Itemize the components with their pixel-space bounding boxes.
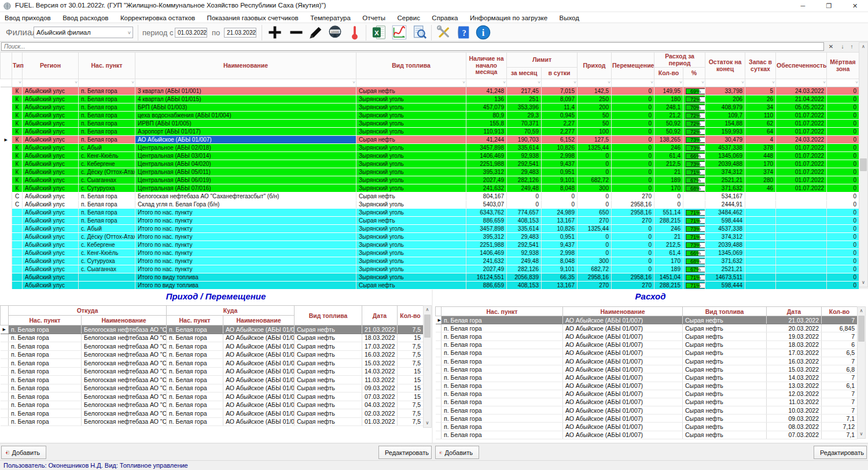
cell[interactable]: п. Белая гора bbox=[9, 393, 82, 401]
cell[interactable]: 682,72 bbox=[578, 265, 612, 273]
minimize-button[interactable]: ─ bbox=[790, 0, 816, 12]
cell[interactable]: АО Абыйское (АБЫ 01/007) bbox=[223, 417, 295, 426]
cell[interactable]: АО Абыйское (АБЫ 01/007) bbox=[223, 342, 295, 351]
cell[interactable]: 66,35 bbox=[542, 273, 578, 282]
table-row[interactable]: п. Белая гораАО Абыйское (АБЫ 01/007)Сыр… bbox=[436, 332, 858, 341]
scroll-up-icon[interactable]: ∧ bbox=[859, 43, 867, 51]
cell[interactable]: Белогоская нефтебаза АО "Саханефтегазсбы… bbox=[82, 376, 167, 384]
cell[interactable]: АО Абыйское (АБЫ 01/007) bbox=[223, 334, 295, 342]
cell[interactable]: 50,92 bbox=[654, 120, 683, 128]
cell[interactable]: Зырянский уголь bbox=[356, 103, 466, 112]
cell[interactable]: 0 bbox=[827, 241, 859, 249]
cell[interactable]: 189 bbox=[654, 265, 683, 273]
cell[interactable]: Сырая нефть bbox=[683, 398, 767, 406]
chart-button[interactable] bbox=[391, 24, 408, 41]
cell[interactable]: п. Белая гора bbox=[79, 120, 135, 128]
cell[interactable]: п. Белая гора bbox=[167, 367, 223, 376]
cell[interactable]: Итого по нас. пункту bbox=[135, 241, 356, 249]
gas-meter-button[interactable]: 10000 bbox=[326, 24, 344, 41]
cell[interactable]: 0 bbox=[612, 241, 654, 249]
cell[interactable]: Аэропорт (АБЫ 01/017) bbox=[135, 128, 356, 136]
col-region[interactable]: Регион bbox=[23, 53, 79, 79]
cell[interactable]: АО Абыйское (АБЫ 01/007) bbox=[563, 324, 683, 332]
cell[interactable]: 7,5 bbox=[398, 359, 424, 368]
menu-temperatura[interactable]: Температура bbox=[306, 13, 355, 21]
cell[interactable]: Абыйский улус bbox=[23, 265, 79, 273]
cell[interactable]: 18.03.2022 bbox=[362, 334, 398, 342]
cell[interactable]: 0 bbox=[827, 209, 859, 217]
filter-dropdown[interactable]: ˅ bbox=[654, 79, 683, 87]
cell[interactable]: 9,437 bbox=[542, 241, 578, 249]
cell[interactable]: 8,048 bbox=[542, 184, 578, 193]
table-row[interactable]: п. Белая гораАО Абыйское (АБЫ 01/007)Сыр… bbox=[436, 382, 858, 390]
cell[interactable] bbox=[776, 241, 827, 249]
cell[interactable]: Итого по виду топлива bbox=[135, 273, 356, 282]
cell[interactable]: 110 bbox=[745, 112, 776, 120]
cell[interactable]: 246 bbox=[654, 225, 683, 233]
cell[interactable]: 448 bbox=[745, 152, 776, 160]
cell[interactable]: Сырая нефть bbox=[683, 373, 767, 382]
col-move[interactable]: Перемещение bbox=[612, 53, 654, 79]
cell[interactable]: п. Белая гора bbox=[79, 103, 135, 112]
cell[interactable]: с. Кебергене bbox=[79, 160, 135, 168]
cell[interactable]: Абыйский улус bbox=[23, 112, 79, 120]
cell[interactable]: Абыйский улус bbox=[23, 217, 79, 225]
cell[interactable]: 09.03.2022 bbox=[767, 415, 822, 423]
cell[interactable]: Зырянский уголь bbox=[356, 249, 466, 257]
cell[interactable]: Сырая нефть bbox=[683, 431, 767, 439]
cell[interactable] bbox=[776, 225, 827, 233]
cell[interactable]: 0 bbox=[542, 193, 578, 201]
cell[interactable]: 154,88 bbox=[705, 120, 745, 128]
cell[interactable]: 29,483 bbox=[507, 168, 542, 176]
cell[interactable]: 0 bbox=[827, 233, 859, 241]
cell[interactable]: 0 bbox=[827, 87, 859, 95]
main-table-row[interactable]: Абыйский улусИтого по виду топливаЗырянс… bbox=[1, 273, 859, 282]
cell[interactable]: 110,913 bbox=[466, 128, 507, 136]
thermometer-button[interactable] bbox=[346, 24, 363, 41]
cell[interactable]: п. Белая гора bbox=[167, 334, 223, 342]
restore-button[interactable]: ❐ bbox=[816, 0, 842, 12]
cell[interactable]: с. Сыаганнах bbox=[79, 176, 135, 184]
cell[interactable]: 0 bbox=[827, 120, 859, 128]
cell[interactable]: 7,1 bbox=[822, 415, 858, 423]
cell[interactable]: с. Абый bbox=[79, 144, 135, 152]
cell[interactable]: 73% bbox=[683, 241, 705, 249]
cell[interactable]: Абыйский улус bbox=[23, 95, 79, 103]
cell[interactable]: 6 bbox=[822, 341, 858, 349]
table-row[interactable]: п. Белая гораАО Абыйское (АБЫ 01/007)Сыр… bbox=[436, 431, 858, 439]
cell[interactable]: 71% bbox=[683, 282, 705, 290]
cell[interactable]: 0 bbox=[612, 168, 654, 176]
cell[interactable]: с. Сыаганнах bbox=[79, 265, 135, 273]
cell[interactable]: 2521,21 bbox=[705, 265, 745, 273]
col-qty[interactable]: Кол-во bbox=[822, 307, 858, 316]
cell[interactable]: 21.03.2022 bbox=[767, 316, 822, 324]
cell[interactable]: Сырая нефть bbox=[295, 417, 362, 426]
cell[interactable]: 71% bbox=[683, 233, 705, 241]
cell[interactable]: К bbox=[12, 95, 23, 103]
cell[interactable]: 374 bbox=[745, 168, 776, 176]
cell[interactable]: 0 bbox=[612, 184, 654, 193]
cell[interactable]: 11.03.2022 bbox=[767, 398, 822, 406]
cell[interactable]: Сырая нефть bbox=[356, 282, 466, 290]
cell[interactable]: п. Белая гора bbox=[167, 359, 223, 368]
main-table-row[interactable]: Абыйский улусс. СутуруохаИтого по нас. п… bbox=[1, 257, 859, 265]
cell[interactable] bbox=[776, 282, 827, 290]
table-row[interactable]: п. Белая гораАО Абыйское (АБЫ 01/007)Сыр… bbox=[436, 390, 858, 398]
cell[interactable]: Сырая нефть bbox=[683, 324, 767, 332]
cell[interactable]: Абыйский улус bbox=[23, 282, 79, 290]
filter-dropdown[interactable]: ˅ bbox=[466, 79, 507, 87]
table-row[interactable]: п. Белая гораБелогоская нефтебаза АО "Са… bbox=[1, 367, 424, 376]
cell[interactable]: 16.03.2022 bbox=[767, 357, 822, 365]
cell[interactable]: 250 bbox=[578, 95, 612, 103]
cell[interactable] bbox=[745, 257, 776, 265]
cell[interactable]: п. Белая гора bbox=[167, 409, 223, 418]
cell[interactable]: Зырянский уголь bbox=[356, 160, 466, 168]
cell[interactable]: с. Сутуруоха bbox=[79, 184, 135, 193]
cell[interactable]: п. Белая гора bbox=[167, 342, 223, 351]
info-button[interactable]: i bbox=[475, 24, 492, 41]
cell[interactable]: АО Абыйское (АБЫ 01/007) bbox=[563, 316, 683, 324]
cell[interactable] bbox=[776, 201, 827, 209]
main-grid-scrollbar[interactable]: ∧ ∨ bbox=[859, 42, 868, 287]
cell[interactable]: 7 bbox=[822, 316, 858, 324]
main-table-row[interactable]: Абыйский улусс. СыаганнахИтого по нас. п… bbox=[1, 265, 859, 273]
